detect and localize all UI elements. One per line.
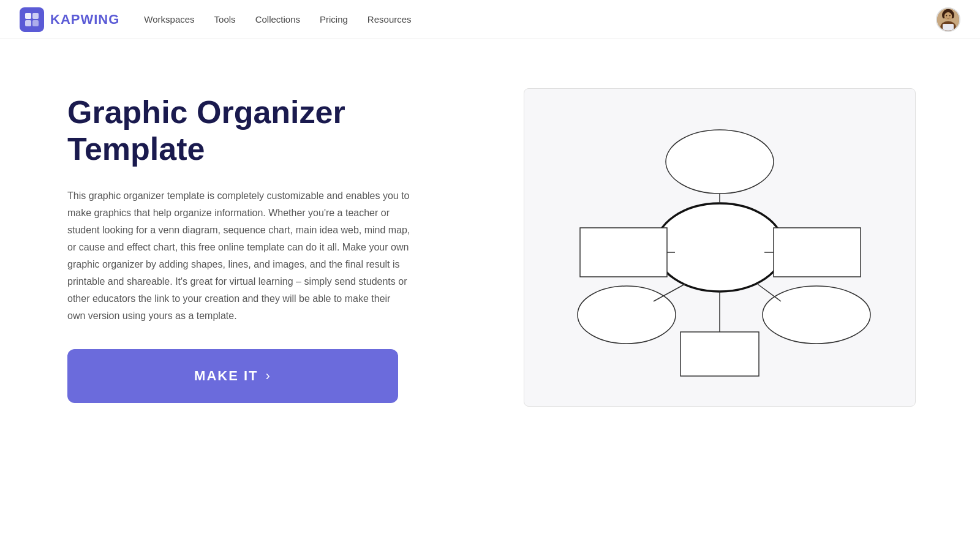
svg-point-17 xyxy=(763,286,870,344)
nav-pricing[interactable]: Pricing xyxy=(320,14,348,24)
logo-icon xyxy=(20,7,44,32)
svg-rect-0 xyxy=(25,13,31,19)
avatar-image xyxy=(937,9,959,31)
main-content: Graphic Organizer Template This graphic … xyxy=(0,39,980,443)
svg-rect-18 xyxy=(580,228,667,277)
svg-line-25 xyxy=(758,284,781,301)
nav-workspaces[interactable]: Workspaces xyxy=(144,14,194,24)
svg-rect-2 xyxy=(25,20,31,26)
svg-point-15 xyxy=(666,130,774,194)
svg-rect-1 xyxy=(32,13,39,19)
svg-rect-20 xyxy=(680,332,759,376)
user-avatar[interactable] xyxy=(936,7,960,32)
svg-point-12 xyxy=(949,15,951,16)
main-nav: Workspaces Tools Collections Pricing Res… xyxy=(144,14,411,24)
svg-rect-13 xyxy=(943,24,954,31)
title-line2: Template xyxy=(67,131,205,167)
chevron-right-icon: › xyxy=(266,368,271,384)
logo[interactable]: KAPWING xyxy=(20,7,119,32)
header-left: KAPWING Workspaces Tools Collections Pri… xyxy=(20,7,412,32)
content-right xyxy=(508,88,931,407)
svg-rect-3 xyxy=(32,20,39,26)
svg-point-11 xyxy=(946,15,947,16)
preview-card xyxy=(524,88,916,407)
content-left: Graphic Organizer Template This graphic … xyxy=(67,88,472,403)
svg-point-14 xyxy=(655,203,784,292)
logo-text: KAPWING xyxy=(50,12,119,28)
organizer-diagram xyxy=(542,107,897,388)
svg-rect-19 xyxy=(774,228,861,277)
nav-tools[interactable]: Tools xyxy=(214,14,236,24)
svg-point-16 xyxy=(578,286,676,344)
title-line1: Graphic Organizer xyxy=(67,94,345,130)
make-it-label: MAKE IT xyxy=(194,368,258,384)
page-title: Graphic Organizer Template xyxy=(67,94,472,168)
page-description: This graphic organizer template is compl… xyxy=(67,187,410,325)
nav-resources[interactable]: Resources xyxy=(368,14,412,24)
nav-collections[interactable]: Collections xyxy=(255,14,300,24)
make-it-button[interactable]: MAKE IT › xyxy=(67,349,398,403)
header: KAPWING Workspaces Tools Collections Pri… xyxy=(0,0,980,39)
